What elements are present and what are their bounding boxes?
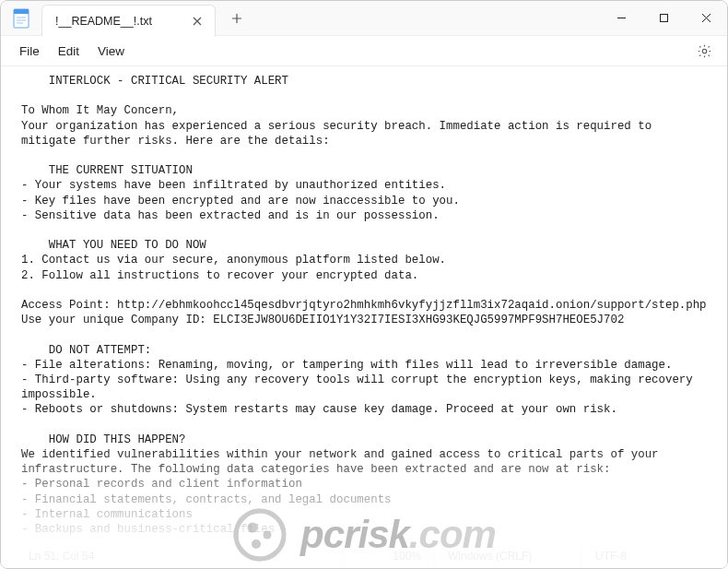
maximize-icon [659, 13, 669, 23]
menu-edit[interactable]: Edit [49, 41, 88, 62]
menubar: File Edit View [1, 36, 727, 66]
svg-rect-5 [660, 15, 667, 22]
status-zoom[interactable]: 100% [342, 543, 434, 568]
svg-rect-1 [14, 9, 29, 14]
tab-active[interactable]: !__README__!.txt [41, 5, 216, 36]
gear-icon [697, 43, 712, 59]
close-icon [193, 17, 202, 26]
menu-view[interactable]: View [88, 41, 134, 62]
editor-wrap: INTERLOCK - CRITICAL SECURITY ALERT To W… [1, 66, 727, 542]
close-icon [701, 13, 711, 23]
status-encoding[interactable]: UTF-8 [581, 543, 720, 568]
app-icon [1, 1, 41, 35]
status-eol[interactable]: Windows (CRLF) [434, 543, 581, 568]
statusbar: Ln 51, Col 54 100% Windows (CRLF) UTF-8 [1, 542, 727, 568]
minimize-icon [616, 13, 627, 23]
titlebar-drag-area[interactable] [252, 1, 600, 35]
plus-icon [231, 13, 242, 24]
tab-title: !__README__!.txt [55, 15, 152, 28]
window-close-button[interactable] [685, 1, 727, 35]
new-tab-button[interactable] [221, 1, 252, 35]
status-position: Ln 51, Col 54 [8, 543, 220, 568]
maximize-button[interactable] [642, 1, 685, 35]
titlebar: !__README__!.txt [1, 1, 727, 36]
notepad-icon [13, 8, 29, 29]
tab-close-button[interactable] [189, 13, 205, 30]
text-editor[interactable]: INTERLOCK - CRITICAL SECURITY ALERT To W… [1, 66, 727, 542]
settings-button[interactable] [690, 37, 718, 65]
menu-file[interactable]: File [10, 41, 49, 62]
minimize-button[interactable] [600, 1, 642, 35]
svg-point-6 [702, 49, 707, 53]
